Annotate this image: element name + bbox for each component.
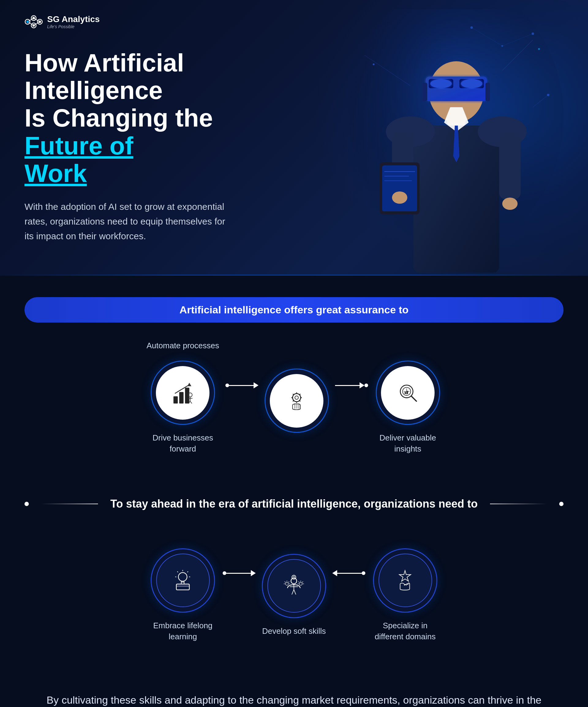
hero-title-line1: How Artificial Intelligence (25, 49, 184, 104)
hero-subtitle: With the adoption of AI set to grow at e… (25, 199, 233, 243)
stay-header-dot-left (25, 502, 29, 506)
circle-item-1: Automate processes (146, 341, 219, 454)
svg-line-64 (299, 401, 300, 402)
flow-arrowhead-2 (359, 382, 365, 389)
svg-point-97 (299, 582, 302, 585)
stay-header-line-right (490, 504, 547, 504)
stay-header-dot-right (559, 502, 563, 506)
stay-flow-dot-2 (362, 571, 366, 575)
svg-rect-75 (405, 392, 406, 394)
svg-line-102 (302, 581, 303, 582)
svg-point-26 (373, 63, 375, 65)
circle2-icon-wrap (265, 369, 329, 433)
svg-rect-47 (173, 396, 178, 404)
svg-rect-21 (499, 132, 521, 199)
svg-point-57 (292, 394, 301, 402)
logo-icon (25, 15, 43, 29)
svg-line-65 (299, 394, 300, 395)
svg-point-27 (538, 48, 540, 50)
flow-arrowhead-1 (253, 382, 258, 389)
flow-line-1 (229, 385, 253, 386)
hero-content: How Artificial Intelligence Is Changing … (25, 49, 254, 243)
svg-line-105 (292, 590, 294, 595)
stay-circle-2: Develop soft skills (262, 534, 326, 637)
svg-line-106 (294, 590, 296, 595)
svg-point-45 (39, 21, 41, 23)
svg-point-43 (26, 21, 29, 23)
stay-ahead-title: To stay ahead in the era of artificial i… (110, 498, 478, 510)
bottom-main-paragraph: By cultivating these skills and adapting… (37, 692, 551, 707)
svg-marker-51 (187, 383, 192, 386)
logo-text: SG Analytics Life's Possible (47, 15, 100, 29)
stay-circle3-inner (379, 553, 432, 607)
svg-point-79 (178, 573, 187, 581)
flow-dot-2 (365, 383, 368, 387)
circle2-icon-inner (270, 374, 323, 428)
circle3-label-bottom: Deliver valuable insights (374, 432, 442, 454)
flow-arrow-2 (335, 382, 368, 389)
svg-line-63 (293, 394, 294, 395)
svg-point-89 (292, 575, 296, 579)
svg-point-10 (461, 79, 482, 88)
stay-circle1-wrap (151, 548, 215, 613)
svg-point-22 (392, 192, 407, 204)
svg-line-56 (190, 401, 192, 404)
circle1-label-bottom: Drive businesses forward (149, 432, 216, 454)
stay-circle1-label: Embrace lifelong learning (149, 620, 216, 642)
logo-name: SG Analytics (47, 15, 100, 24)
section-bottom-text: By cultivating these skills and adapting… (0, 673, 588, 707)
circle3-icon-wrap (376, 361, 440, 425)
svg-rect-76 (406, 391, 408, 394)
flow-line-2 (335, 385, 359, 386)
hero-title: How Artificial Intelligence Is Changing … (25, 49, 254, 187)
hero-title-highlight: Future of (25, 132, 133, 160)
svg-rect-48 (179, 392, 183, 404)
flow-dot-1 (226, 383, 229, 387)
svg-point-46 (32, 24, 35, 27)
stay-circle2-label: Develop soft skills (262, 626, 326, 637)
svg-line-101 (299, 581, 300, 582)
circle1-label-top: Automate processes (146, 341, 219, 353)
svg-rect-11 (423, 83, 427, 101)
stay-circle-3: Specialize in different domains (372, 529, 439, 642)
svg-line-95 (284, 581, 285, 582)
svg-line-85 (187, 571, 188, 572)
svg-point-34 (532, 32, 534, 35)
svg-rect-12 (485, 83, 490, 101)
logo-area: SG Analytics Life's Possible (25, 15, 100, 29)
section-assurance: Artificial intelligence offers great ass… (0, 276, 588, 485)
svg-marker-107 (400, 570, 411, 581)
circle1-icon-wrap (151, 361, 215, 425)
stay-circles-flow: Embrace lifelong learning (25, 529, 563, 642)
circle-item-3: Deliver valuable insights (374, 341, 442, 454)
assurance-circles-flow: Automate processes (25, 341, 563, 454)
stay-header-line-left (41, 504, 98, 504)
svg-point-33 (501, 45, 503, 47)
stay-circle-1: Embrace lifelong learning (149, 529, 216, 642)
stay-circle2-inner (267, 559, 321, 613)
svg-point-88 (291, 578, 297, 584)
stay-circle1-inner (156, 553, 210, 607)
flow-arrow-1 (226, 382, 258, 389)
stay-flow-arrowhead-1 (251, 570, 256, 576)
svg-point-9 (430, 79, 452, 88)
svg-line-84 (177, 571, 178, 572)
logo-tagline: Life's Possible (47, 24, 100, 29)
stay-circle2-wrap (262, 554, 326, 618)
hero-title-line3: Work (25, 159, 87, 187)
stay-circle3-label: Specialize in different domains (372, 620, 439, 642)
svg-rect-77 (176, 584, 189, 590)
hero-divider (0, 274, 588, 276)
svg-point-23 (502, 198, 518, 210)
stay-flow-line-2 (337, 573, 362, 574)
svg-point-44 (32, 17, 35, 19)
svg-point-32 (471, 26, 473, 29)
svg-line-96 (288, 581, 289, 582)
stay-circle3-wrap (373, 548, 437, 613)
hero-person-image (349, 9, 563, 273)
hero-title-line2: Is Changing the (25, 104, 213, 132)
svg-point-91 (285, 582, 288, 585)
svg-line-72 (411, 396, 416, 401)
assurance-banner: Artificial intelligence offers great ass… (25, 297, 563, 323)
circle-item-2 (265, 349, 329, 446)
